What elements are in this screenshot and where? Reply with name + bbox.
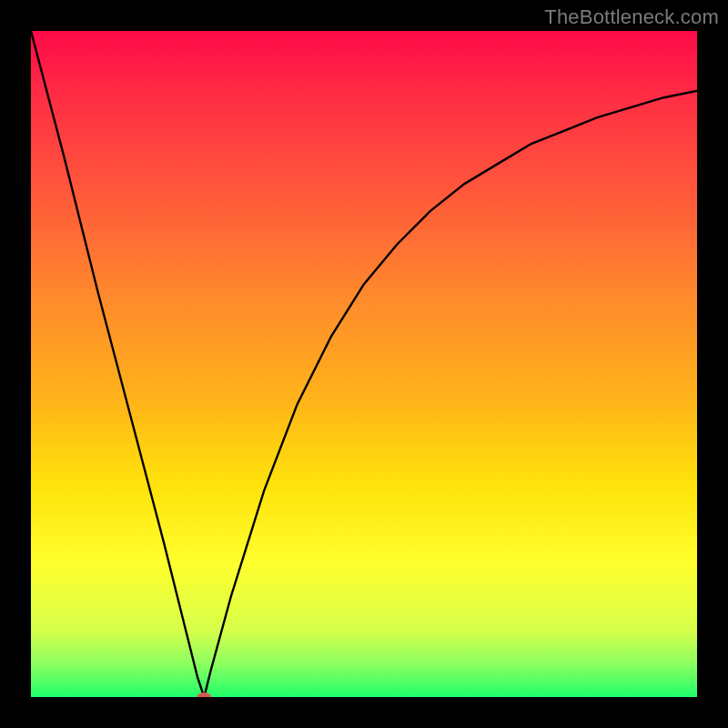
- curve-layer: [31, 31, 697, 697]
- minimum-marker: [197, 693, 211, 697]
- chart-frame: TheBottleneck.com: [0, 0, 728, 728]
- plot-area: [31, 31, 697, 697]
- bottleneck-curve: [31, 31, 697, 697]
- watermark-text: TheBottleneck.com: [544, 5, 719, 29]
